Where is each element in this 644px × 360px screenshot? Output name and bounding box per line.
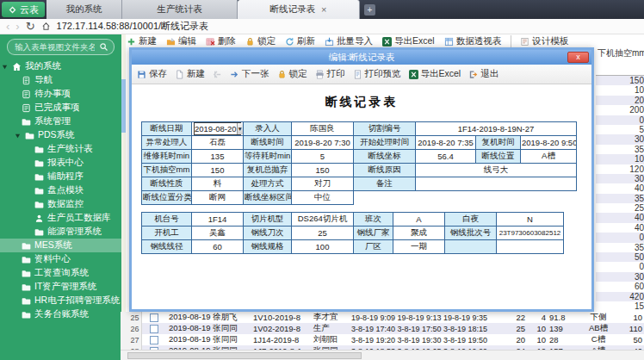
sidebar-item-pds-system[interactable]: PDS系统 bbox=[0, 128, 121, 142]
cell-v1[interactable]: 20 bbox=[501, 334, 527, 345]
pivot-table-button[interactable]: 数据透视表 bbox=[444, 35, 502, 47]
next-button[interactable]: 下一张 bbox=[230, 68, 269, 80]
cell-v3[interactable]: 91.8 bbox=[548, 312, 577, 323]
field-value[interactable]: 60 bbox=[192, 240, 244, 254]
cell-position[interactable]: C槽 bbox=[577, 334, 620, 345]
row-checkbox[interactable] bbox=[150, 325, 158, 333]
export-excel-button[interactable]: 导出Excel bbox=[382, 35, 435, 47]
field-value[interactable]: 线弓大 bbox=[416, 164, 577, 177]
batch-import-button[interactable]: 批量导入 bbox=[325, 35, 373, 47]
cell-v4[interactable]: 110 bbox=[620, 323, 644, 334]
field-value[interactable]: 聚成 bbox=[393, 227, 445, 240]
sidebar-item-customs-ledger[interactable]: 关务台账系统 bbox=[0, 307, 121, 321]
cloud-table-logo-button[interactable]: 云表 bbox=[2, 2, 45, 17]
sidebar-item-report-center[interactable]: 报表中心 bbox=[0, 156, 121, 170]
cell-times[interactable]: 3-8-19 19:20 3-8-19 19:30 3-8-19 19:50 bbox=[350, 334, 501, 345]
field-value[interactable]: 中位 bbox=[292, 191, 354, 205]
field-value[interactable]: 135 bbox=[192, 150, 244, 164]
search-input[interactable] bbox=[13, 41, 96, 53]
cell-v3[interactable]: 139 bbox=[548, 323, 577, 334]
sidebar-item-salary-query[interactable]: 工资查询系统 bbox=[0, 266, 121, 280]
cell-v2[interactable]: 10 bbox=[527, 334, 548, 345]
cell-position[interactable]: AB槽 bbox=[577, 323, 620, 334]
scrollbar-thumb[interactable] bbox=[127, 352, 362, 359]
sidebar-item-energy-mgmt[interactable]: 能源管理系统 bbox=[0, 225, 121, 239]
sidebar-item-todo[interactable]: 待办事项 bbox=[0, 87, 121, 101]
cell-v4[interactable]: 50 bbox=[620, 334, 644, 345]
cell-cut-code[interactable]: 1J14-2019-8 bbox=[251, 334, 312, 345]
cell-date-recorder[interactable]: 2019-08-19 徐朋飞 bbox=[167, 312, 251, 323]
cell-date-recorder[interactable]: 2019-08-19 张同同 bbox=[167, 323, 251, 334]
field-value[interactable]: 石磊 bbox=[192, 136, 244, 150]
cell-times[interactable]: 3-8-19 17:40 3-8-19 17:50 3-8-19 18:15 bbox=[350, 323, 501, 334]
field-value[interactable]: 2019-8-20 7:30 bbox=[292, 136, 354, 150]
close-button[interactable]: x bbox=[567, 52, 589, 63]
save-button[interactable]: 保存 bbox=[137, 68, 167, 80]
sidebar-item-data-center[interactable]: 资料中心 bbox=[0, 252, 121, 266]
field-value[interactable]: 对刀 bbox=[292, 177, 354, 191]
cell-cut-code[interactable]: 1V02-2019-8 bbox=[251, 323, 312, 334]
field-value[interactable]: DS264切片机 bbox=[292, 213, 354, 227]
dialog-title-bar[interactable]: 编辑:断线记录表 x bbox=[132, 50, 591, 65]
sidebar-item-inventory-module[interactable]: 盘点模块 bbox=[0, 183, 121, 197]
sidebar-item-my-system[interactable]: 我的系统 bbox=[0, 59, 121, 73]
field-value[interactable]: 100 bbox=[292, 240, 354, 254]
field-value[interactable]: 料 bbox=[192, 177, 244, 191]
sidebar-search[interactable] bbox=[7, 39, 115, 55]
new-button[interactable]: 新建 bbox=[127, 35, 157, 47]
lock-button[interactable]: 锁定 bbox=[277, 68, 307, 80]
field-value[interactable]: 断网 bbox=[192, 191, 244, 205]
exit-button[interactable]: 退出 bbox=[468, 68, 498, 80]
sidebar-item-done[interactable]: 已完成事项 bbox=[0, 101, 121, 115]
sidebar-item-nav[interactable]: 导航 bbox=[0, 73, 121, 87]
refresh-icon[interactable]: ↻ bbox=[26, 21, 35, 32]
sidebar-item-employee-db[interactable]: 生产员工数据库 bbox=[0, 211, 121, 225]
table-row[interactable]: 252019-08-19 徐朋飞1V10-2019-8李才宜19-8-19 9:… bbox=[121, 312, 644, 323]
horizontal-scrollbar[interactable] bbox=[121, 350, 644, 360]
chevron-down-icon[interactable]: ▼ bbox=[237, 123, 243, 134]
field-value[interactable] bbox=[497, 240, 564, 254]
cell-cut-code[interactable]: 1V10-2019-8 bbox=[251, 312, 312, 323]
new-button[interactable]: 新建 bbox=[175, 68, 205, 80]
tab-break-record[interactable]: 断线记录表× bbox=[238, 0, 360, 19]
home-icon[interactable] bbox=[41, 22, 51, 31]
table-row[interactable]: 272019-08-19 张同同1J14-2019-8刘朝阳3-8-19 19:… bbox=[121, 334, 644, 345]
lock-button[interactable]: 锁定 bbox=[245, 35, 276, 47]
field-value[interactable]: 1F14-2019-8-19N-27 bbox=[416, 122, 577, 136]
row-checkbox[interactable] bbox=[150, 313, 158, 322]
cell-v4[interactable]: 10 bbox=[620, 312, 644, 323]
cell-handler[interactable]: 生产 bbox=[312, 323, 350, 334]
cell-date-recorder[interactable]: 2019-08-19 张同同 bbox=[167, 334, 251, 345]
row-checkbox[interactable] bbox=[150, 336, 158, 344]
tab-production-stats[interactable]: 生产统计表 bbox=[122, 0, 238, 19]
break-date-select[interactable]: 2019-08-20▼ bbox=[194, 122, 241, 135]
cell-v3[interactable]: 28 bbox=[548, 334, 577, 345]
sidebar-item-system-mgmt[interactable]: 系统管理 bbox=[0, 115, 121, 128]
cell-v2[interactable]: 10 bbox=[527, 323, 548, 334]
sidebar-item-hr-recruit[interactable]: HR电子招聘管理系统 bbox=[0, 294, 121, 307]
cell-handler[interactable]: 刘朝阳 bbox=[312, 334, 350, 345]
back-icon[interactable]: ‹ bbox=[6, 21, 9, 32]
table-row[interactable]: 262019-08-19 张同同1V02-2019-8生产3-8-19 17:4… bbox=[121, 323, 644, 334]
field-value[interactable]: A bbox=[393, 213, 445, 227]
design-template-button[interactable]: 设计模板 bbox=[511, 35, 568, 47]
tab-close-icon[interactable]: × bbox=[321, 5, 326, 15]
print-button[interactable]: 打印 bbox=[315, 68, 345, 80]
sidebar-item-data-monitor[interactable]: 数据监控 bbox=[0, 197, 121, 211]
field-value[interactable]: 150 bbox=[192, 164, 244, 177]
export-excel-button[interactable]: 导出Excel bbox=[409, 68, 461, 80]
refresh-button[interactable]: 刷新 bbox=[285, 35, 315, 47]
field-value[interactable]: A槽 bbox=[521, 150, 577, 164]
field-value[interactable]: 2019-8-20 7:35 bbox=[416, 136, 476, 150]
field-value[interactable]: 1F14 bbox=[192, 213, 244, 227]
new-tab-button[interactable]: + bbox=[364, 4, 375, 16]
expander-icon[interactable] bbox=[14, 133, 22, 139]
sidebar-item-mes-system[interactable]: MES系统 bbox=[0, 239, 121, 252]
field-value[interactable]: 吴鑫 bbox=[192, 227, 244, 240]
field-value[interactable]: 一期 bbox=[393, 240, 445, 254]
field-value[interactable]: 56.4 bbox=[416, 150, 476, 164]
field-value[interactable] bbox=[416, 177, 577, 191]
cell-v2[interactable]: 4 bbox=[527, 312, 548, 323]
forward-icon[interactable]: › bbox=[15, 21, 19, 32]
cell-v1[interactable]: 22 bbox=[501, 312, 527, 323]
